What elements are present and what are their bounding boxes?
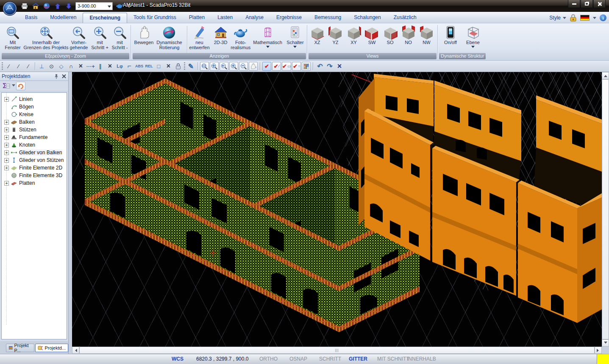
zoom-out-tool-icon[interactable] [239, 62, 248, 71]
snap-clear-icon[interactable]: × [164, 62, 173, 71]
gitter-toggle[interactable]: GITTER [349, 356, 367, 362]
tree-item-platten[interactable]: +Platten [4, 179, 67, 187]
snap-intersection-icon[interactable]: × [76, 62, 85, 71]
toolbar-grip[interactable] [184, 62, 185, 70]
schalter-dropdown-icon[interactable] [293, 46, 297, 50]
combo-dropdown-icon[interactable] [108, 6, 111, 9]
open-project-icon[interactable] [31, 2, 40, 10]
zoom-previous-button[interactable]: Vorher-gehende [68, 24, 90, 50]
2d-3d-button[interactable]: 2D-3D [211, 24, 230, 45]
tab-ergebnisse[interactable]: Ergebnisse [270, 13, 308, 23]
vertical-scrollbar[interactable] [602, 72, 609, 347]
tab-modellieren[interactable]: Modellieren [44, 13, 83, 23]
ortho-toggle[interactable]: ORTHO [259, 356, 278, 362]
view-xy-button[interactable]: XY [345, 24, 363, 45]
pan-tool-icon[interactable] [249, 62, 258, 71]
snap-endpoint-icon[interactable]: ∕ [4, 62, 13, 71]
zoom-extents-tool-icon[interactable] [210, 62, 219, 71]
tab-tools-fuer-grundriss[interactable]: Tools für Grundriss [127, 13, 183, 23]
photorealism-button[interactable]: Foto-realismus [230, 24, 251, 50]
lock-icon[interactable] [570, 14, 577, 22]
select-by-polygon-button[interactable]: ✔○ [292, 62, 301, 71]
expand-icon[interactable]: + [4, 158, 9, 163]
zoom-window-tool-icon[interactable] [200, 62, 209, 71]
viewport-3d[interactable] [72, 72, 602, 347]
render-teapot-icon[interactable] [115, 2, 124, 10]
tree-item-kreise[interactable]: Kreise [4, 111, 67, 118]
tab-platten[interactable]: Platten [183, 13, 211, 23]
expand-icon[interactable]: + [4, 181, 9, 186]
style-button[interactable]: Style [549, 15, 566, 21]
scroll-up-icon[interactable] [602, 72, 609, 79]
snap-from-icon[interactable]: ⌐ [125, 62, 134, 71]
view-sw-button[interactable]: SW [363, 24, 381, 45]
snap-apparent-intersection-icon[interactable]: × [106, 62, 114, 71]
zoom-previous-tool-icon[interactable] [220, 62, 228, 71]
tab-lasten[interactable]: Lasten [211, 13, 239, 23]
schalter-button[interactable]: Schalter [284, 24, 306, 50]
view-yz-button[interactable]: YZ [326, 24, 345, 45]
dynamic-onoff-button[interactable]: On/off [439, 24, 462, 45]
expand-icon[interactable]: + [4, 120, 9, 125]
level-combo[interactable]: 3-900.00 [75, 2, 113, 10]
tree-item-boegen[interactable]: Bögen [4, 103, 67, 111]
close-button[interactable] [593, 0, 606, 8]
horizontal-scrollbar[interactable] [72, 347, 602, 354]
redo-icon[interactable]: ↷ [325, 62, 334, 71]
tree-item-finite-elemente-2d[interactable]: +Finite Elemente 2D [4, 164, 67, 172]
scroll-right-icon[interactable] [595, 347, 602, 354]
snap-tangent-icon[interactable]: ∩ [67, 62, 75, 71]
panel-close-icon[interactable] [61, 74, 67, 79]
tab-erscheinung[interactable]: Erscheinung [83, 13, 127, 23]
dynamic-rotation-button[interactable]: DynamischeRotierung [156, 24, 183, 50]
scroll-left-icon[interactable] [72, 347, 79, 354]
scroll-down-icon[interactable] [602, 339, 609, 347]
tab-projektdaten[interactable]: Projektd... [35, 344, 68, 352]
tab-schalungen[interactable]: Schalungen [348, 13, 387, 23]
group-sum-dropdown-icon[interactable] [12, 84, 15, 88]
expand-icon[interactable]: + [4, 97, 9, 102]
snap-nearest-icon[interactable]: ∕ [24, 62, 33, 71]
zoom-window-button[interactable]: MitFenster [1, 24, 24, 50]
tree-item-balken[interactable]: +Balken [4, 118, 67, 126]
group-sum-icon[interactable] [2, 82, 11, 90]
snap-polar-icon[interactable]: Lφ [115, 62, 124, 71]
snap-rel-icon[interactable]: REL [145, 62, 153, 71]
dynamic-ebene-button[interactable]: Ebene [462, 24, 484, 50]
zoom-in-button[interactable]: mitSchritt + [90, 24, 110, 50]
restore-button[interactable] [581, 0, 593, 8]
tree-item-stuetzen[interactable]: +Stützen [4, 126, 67, 133]
innerhalb-toggle[interactable]: INNERHALB [407, 356, 436, 362]
zoom-extents-button[interactable]: Innerhalb derGrenzen des Projekts [24, 24, 68, 50]
tree-item-knoten[interactable]: +Knoten [4, 141, 67, 149]
arrow-up-icon[interactable] [53, 2, 62, 10]
tab-basis[interactable]: Basis [19, 13, 44, 23]
cancel-icon[interactable]: × [335, 62, 344, 71]
redraw-pencil-icon[interactable]: ✎ [186, 62, 195, 71]
snap-abs-icon[interactable]: ABS [135, 62, 144, 71]
zoom-in-tool-icon[interactable] [229, 62, 238, 71]
lock-selection-icon[interactable] [174, 62, 183, 71]
select-by-line-button[interactable]: ✔∕ [272, 62, 281, 71]
zoom-out-button[interactable]: mitSchritt - [110, 24, 130, 50]
refresh-icon[interactable] [16, 82, 25, 90]
redraw-button[interactable]: neuentwerfen [187, 24, 211, 50]
expand-icon[interactable]: + [4, 143, 9, 147]
osnap-toggle[interactable]: OSNAP [289, 356, 307, 362]
tab-projekt-p[interactable]: Projekt P... [6, 344, 34, 352]
snap-midpoint-icon[interactable]: ∕ [14, 62, 23, 71]
filter-grid-icon[interactable] [302, 62, 311, 71]
arrow-down-icon[interactable] [64, 2, 73, 10]
language-flag-german[interactable] [580, 15, 590, 21]
snap-node-box-icon[interactable]: □ [154, 62, 163, 71]
schritt-toggle[interactable]: SCHRITT [319, 356, 341, 362]
tab-zusaetzlich[interactable]: Zusätzlich [387, 13, 423, 23]
tree-item-glieder-von-balken[interactable]: +Glieder von Balken [4, 149, 67, 156]
pin-icon[interactable] [54, 74, 59, 79]
ebene-dropdown-icon[interactable] [471, 46, 475, 50]
expand-icon[interactable]: + [4, 135, 9, 140]
info-icon[interactable]: i [600, 14, 606, 21]
snap-quadrant-icon[interactable]: ◇ [57, 62, 66, 71]
undo-icon[interactable]: ↶ [315, 62, 324, 71]
mathematical-view-button[interactable]: Mathematisch [251, 24, 284, 50]
